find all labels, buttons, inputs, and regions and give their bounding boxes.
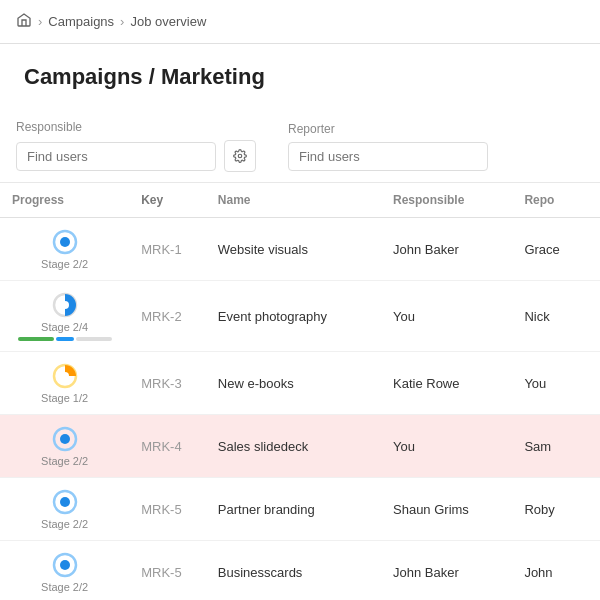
col-header-progress: Progress [0,183,129,218]
table-row[interactable]: Stage 2/2 MRK-1Website visualsJohn Baker… [0,218,600,281]
table-row[interactable]: Stage 2/2 MRK-4Sales slidedeckYouSam [0,415,600,478]
svg-point-12 [60,560,70,570]
col-header-key: Key [129,183,206,218]
table-row[interactable]: Stage 2/2 MRK-5Partner brandingShaun Gri… [0,478,600,541]
reporter-cell: Sam [512,415,600,478]
reporter-cell: John [512,541,600,601]
key-cell: MRK-5 [129,478,206,541]
svg-point-10 [60,497,70,507]
svg-point-0 [238,154,242,158]
svg-point-4 [61,301,69,309]
key-cell: MRK-5 [129,541,206,601]
responsible-cell: Katie Rowe [381,352,512,415]
progress-cell: Stage 2/2 [0,541,129,601]
filters-bar: Responsible Reporter [0,106,600,183]
progress-cell: Stage 2/2 [0,218,129,281]
svg-point-8 [60,434,70,444]
reporter-cell: You [512,352,600,415]
progress-cell: Stage 2/4 [0,281,129,352]
name-cell[interactable]: New e-books [206,352,381,415]
reporter-input[interactable] [288,142,488,171]
responsible-filter: Responsible [16,120,256,172]
breadcrumb-campaigns[interactable]: Campaigns [48,14,114,29]
settings-button[interactable] [224,140,256,172]
breadcrumb-sep-1: › [38,14,42,29]
jobs-table: Progress Key Name Responsible Repo Stage… [0,183,600,600]
responsible-cell: You [381,415,512,478]
table-header-row: Progress Key Name Responsible Repo [0,183,600,218]
progress-cell: Stage 2/2 [0,478,129,541]
key-cell: MRK-2 [129,281,206,352]
responsible-cell: John Baker [381,218,512,281]
col-header-reporter: Repo [512,183,600,218]
name-cell[interactable]: Event photography [206,281,381,352]
reporter-cell: Grace [512,218,600,281]
key-cell: MRK-1 [129,218,206,281]
home-icon[interactable] [16,12,32,31]
name-cell[interactable]: Partner branding [206,478,381,541]
key-cell: MRK-4 [129,415,206,478]
col-header-name: Name [206,183,381,218]
progress-cell: Stage 1/2 [0,352,129,415]
progress-cell: Stage 2/2 [0,415,129,478]
key-cell: MRK-3 [129,352,206,415]
table-row[interactable]: Stage 2/2 MRK-5BusinesscardsJohn BakerJo… [0,541,600,601]
reporter-filter: Reporter [288,122,488,171]
reporter-cell: Nick [512,281,600,352]
page-title: Campaigns / Marketing [0,44,600,106]
name-cell[interactable]: Website visuals [206,218,381,281]
svg-point-6 [61,372,69,380]
svg-point-2 [60,237,70,247]
breadcrumb: › Campaigns › Job overview [0,0,600,44]
responsible-cell: You [381,281,512,352]
responsible-label: Responsible [16,120,256,134]
table-row[interactable]: Stage 1/2 MRK-3New e-booksKatie RoweYou [0,352,600,415]
name-cell[interactable]: Sales slidedeck [206,415,381,478]
breadcrumb-sep-2: › [120,14,124,29]
table-row[interactable]: Stage 2/4 MRK-2Event photographyYouNick [0,281,600,352]
reporter-label: Reporter [288,122,488,136]
reporter-cell: Roby [512,478,600,541]
col-header-responsible: Responsible [381,183,512,218]
responsible-cell: Shaun Grims [381,478,512,541]
responsible-input[interactable] [16,142,216,171]
breadcrumb-job-overview[interactable]: Job overview [130,14,206,29]
responsible-cell: John Baker [381,541,512,601]
name-cell[interactable]: Businesscards [206,541,381,601]
